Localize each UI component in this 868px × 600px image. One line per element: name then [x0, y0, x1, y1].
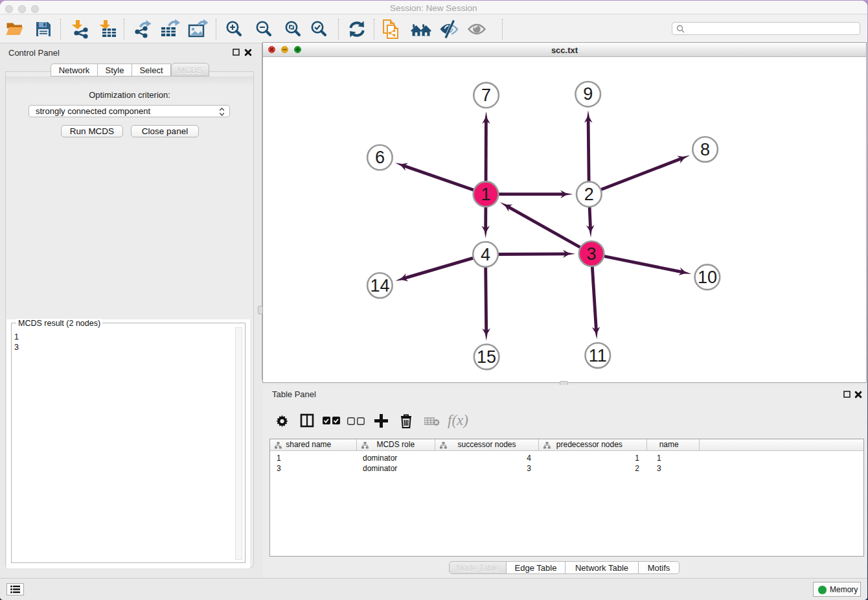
- svg-text:3: 3: [587, 244, 597, 264]
- svg-text:9: 9: [583, 84, 593, 104]
- svg-text:4: 4: [481, 245, 490, 264]
- svg-text:6: 6: [375, 148, 385, 167]
- svg-text:1: 1: [481, 185, 490, 204]
- svg-text:15: 15: [477, 347, 496, 367]
- svg-text:7: 7: [481, 86, 491, 105]
- svg-text:8: 8: [700, 140, 710, 159]
- svg-text:10: 10: [698, 268, 717, 287]
- svg-text:2: 2: [584, 185, 594, 204]
- svg-text:11: 11: [589, 346, 607, 365]
- svg-text:f(x): f(x): [448, 412, 468, 428]
- svg-text:14: 14: [370, 276, 389, 295]
